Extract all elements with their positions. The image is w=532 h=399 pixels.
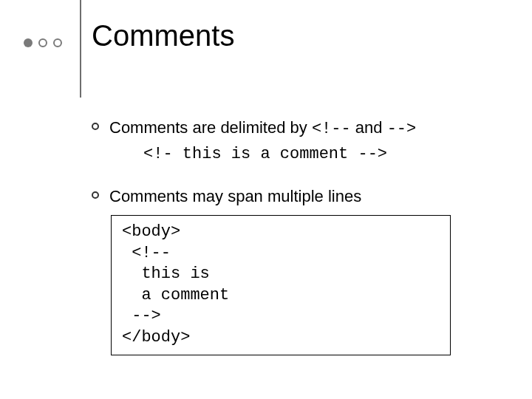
bullet-1-text: Comments are delimited by <!-- and --> xyxy=(109,117,416,140)
bullet-2-text: Comments may span multiple lines xyxy=(109,185,361,208)
bullet-item-1: Comments are delimited by <!-- and --> <… xyxy=(92,117,488,165)
open-delimiter: <!-- xyxy=(312,120,351,138)
dot-icon xyxy=(53,38,62,47)
bullet-1-mid: and xyxy=(351,118,387,137)
bullet-1-prefix: Comments are delimited by xyxy=(109,118,312,137)
vertical-divider xyxy=(80,0,81,98)
slide-title: Comments xyxy=(92,19,234,52)
dot-icon xyxy=(24,38,33,47)
dot-icon xyxy=(38,38,47,47)
code-example-box: <body> <!-- this is a comment --> </body… xyxy=(111,215,451,355)
close-delimiter: --> xyxy=(387,120,417,138)
decorative-dots xyxy=(24,38,62,47)
bullet-item-2: Comments may span multiple lines <body> … xyxy=(92,185,488,355)
bullet-icon xyxy=(92,191,99,199)
slide-content: Comments are delimited by <!-- and --> <… xyxy=(92,117,488,376)
bullet-icon xyxy=(92,123,99,130)
slide: Comments Comments are delimited by <!-- … xyxy=(0,0,532,399)
comment-example-inline: <!- this is a comment --> xyxy=(143,143,488,166)
